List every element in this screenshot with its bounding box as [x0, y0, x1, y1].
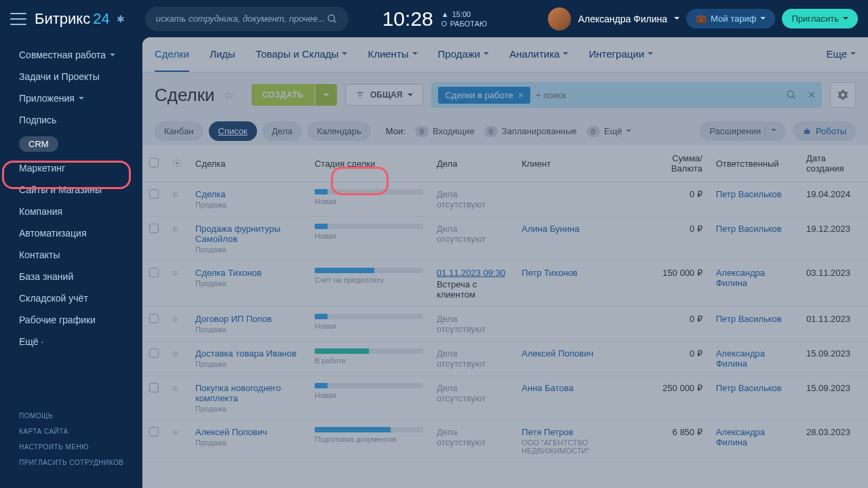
filter-bar[interactable]: Сделки в работе × × [431, 82, 822, 108]
tab-3[interactable]: Клиенты [368, 37, 417, 72]
deal-link[interactable]: 01.11.2023 09:30 [437, 268, 508, 278]
row-checkbox[interactable] [149, 224, 159, 233]
global-search[interactable] [145, 7, 349, 31]
client-link[interactable]: Анна Батова [521, 383, 573, 393]
stage-bar[interactable] [315, 427, 423, 432]
gear-icon[interactable] [172, 159, 182, 168]
sidebar-item-2[interactable]: Приложения [0, 87, 142, 109]
sidebar-item-12[interactable]: Рабочие графики [0, 309, 142, 331]
client-link[interactable]: Петр Тихонов [521, 268, 577, 278]
deal-title-link[interactable]: Доставка товара Иванов [195, 348, 301, 359]
sidebar-item-11[interactable]: Складской учёт [0, 287, 142, 309]
responsible-link[interactable]: Александра Филина [716, 268, 765, 288]
tab-7[interactable]: Еще [826, 37, 856, 72]
drag-handle-icon[interactable]: ≡ [172, 383, 178, 394]
drag-handle-icon[interactable]: ≡ [172, 427, 178, 438]
row-checkbox[interactable] [149, 314, 159, 323]
responsible-link[interactable]: Петр Васильков [716, 224, 782, 234]
settings-button[interactable] [830, 82, 856, 108]
sidebar-helper[interactable]: КАРТА САЙТА [19, 428, 123, 435]
filter-search-input[interactable] [536, 90, 650, 100]
client-link[interactable]: Петя Петров [521, 427, 573, 437]
create-dropdown[interactable] [315, 84, 337, 106]
row-checkbox[interactable] [149, 383, 159, 392]
filter-tag[interactable]: Сделки в работе × [438, 87, 530, 104]
sidebar-item-3[interactable]: Подпись [0, 109, 142, 131]
sidebar-item-1[interactable]: Задачи и Проекты [0, 66, 142, 87]
sidebar-item-6[interactable]: Сайты и Магазины [0, 179, 142, 201]
sidebar-item-8[interactable]: Автоматизация [0, 222, 142, 244]
sidebar-helper[interactable]: НАСТРОИТЬ МЕНЮ [19, 443, 123, 451]
drag-handle-icon[interactable]: ≡ [172, 268, 178, 279]
deal-title-link[interactable]: Алексей Попович [195, 427, 301, 437]
col-5[interactable]: Ответственный [709, 145, 800, 182]
row-checkbox[interactable] [149, 189, 159, 199]
view-Дела[interactable]: Дела [262, 121, 302, 141]
responsible-link[interactable]: Александра Филина [716, 348, 765, 369]
close-icon[interactable]: × [518, 90, 524, 100]
row-checkbox[interactable] [149, 348, 159, 358]
my-incoming[interactable]: 0Входящие [415, 126, 475, 137]
sidebar-item-9[interactable]: Контакты [0, 244, 142, 266]
tab-1[interactable]: Лиды [210, 37, 235, 72]
sidebar-helper[interactable]: ПРИГЛАСИТЬ СОТРУДНИКОВ [19, 459, 123, 466]
search-input[interactable] [156, 14, 327, 24]
deal-title-link[interactable]: Продажа фурнитуры Самойлов [195, 224, 301, 244]
sidebar-item-7[interactable]: Компания [0, 201, 142, 222]
tab-2[interactable]: Товары и Склады [256, 37, 348, 72]
stage-bar[interactable] [315, 348, 423, 354]
col-0[interactable]: Сделка [189, 145, 308, 182]
stage-bar[interactable] [315, 383, 423, 388]
chevron-down-icon[interactable] [674, 17, 679, 22]
sidebar-helper[interactable]: ПОМОЩЬ [19, 412, 123, 420]
create-button[interactable]: СОЗДАТЬ [252, 84, 315, 106]
view-Список[interactable]: Список [209, 121, 257, 141]
stage-bar[interactable] [315, 314, 423, 319]
invite-button[interactable]: Пригласить [782, 9, 858, 28]
responsible-link[interactable]: Петр Васильков [716, 383, 782, 393]
drag-handle-icon[interactable]: ≡ [172, 224, 178, 235]
deal-title-link[interactable]: Сделка [195, 189, 301, 199]
responsible-link[interactable]: Александра Филина [716, 427, 765, 447]
stage-bar[interactable] [315, 268, 423, 273]
client-link[interactable]: Алексей Попович [521, 348, 593, 359]
sidebar-item-4[interactable]: CRM [0, 131, 142, 157]
stage-bar[interactable] [315, 224, 423, 229]
responsible-link[interactable]: Петр Васильков [716, 189, 782, 199]
tariff-button[interactable]: 💼 Мой тариф [686, 9, 775, 28]
my-more[interactable]: 0Ещё [587, 126, 632, 137]
robots-button[interactable]: Роботы [793, 121, 856, 141]
client-link[interactable]: Алина Бунина [521, 224, 579, 234]
drag-handle-icon[interactable]: ≡ [172, 189, 178, 200]
search-icon[interactable] [786, 89, 797, 100]
tab-4[interactable]: Продажи [438, 37, 490, 72]
avatar[interactable] [548, 7, 571, 30]
extensions-button[interactable]: Расширения [700, 121, 786, 141]
drag-handle-icon[interactable]: ≡ [172, 348, 178, 359]
close-icon[interactable]: × [808, 88, 815, 102]
col-4[interactable]: Сумма/Валюта [644, 145, 709, 182]
sidebar-item-13[interactable]: Ещё · [0, 331, 142, 352]
deal-title-link[interactable]: Договор ИП Попов [195, 314, 301, 324]
col-2[interactable]: Дела [430, 145, 515, 182]
responsible-link[interactable]: Петр Васильков [716, 314, 782, 324]
menu-burger-icon[interactable] [10, 13, 26, 25]
my-planned[interactable]: 0Запланированные [484, 126, 577, 137]
user-name[interactable]: Александра Филина [578, 14, 667, 24]
stage-bar[interactable] [315, 189, 423, 195]
tab-5[interactable]: Аналитика [509, 37, 568, 72]
drag-handle-icon[interactable]: ≡ [172, 314, 178, 325]
row-checkbox[interactable] [149, 427, 159, 436]
col-1[interactable]: Стадия сделки [308, 145, 430, 182]
row-checkbox[interactable] [149, 268, 159, 277]
col-6[interactable]: Дата создания [800, 145, 868, 182]
deal-title-link[interactable]: Сделка Тихонов [195, 268, 301, 278]
sidebar-item-0[interactable]: Совместная работа [0, 44, 142, 66]
select-all-checkbox[interactable] [149, 158, 159, 167]
theme-switch-icon[interactable]: ✱ [117, 14, 125, 24]
tab-6[interactable]: Интеграции [589, 37, 653, 72]
col-3[interactable]: Клиент [515, 145, 644, 182]
sidebar-item-10[interactable]: База знаний [0, 266, 142, 287]
tab-0[interactable]: Сделки [155, 37, 189, 72]
sidebar-item-5[interactable]: Маркетинг [0, 157, 142, 179]
